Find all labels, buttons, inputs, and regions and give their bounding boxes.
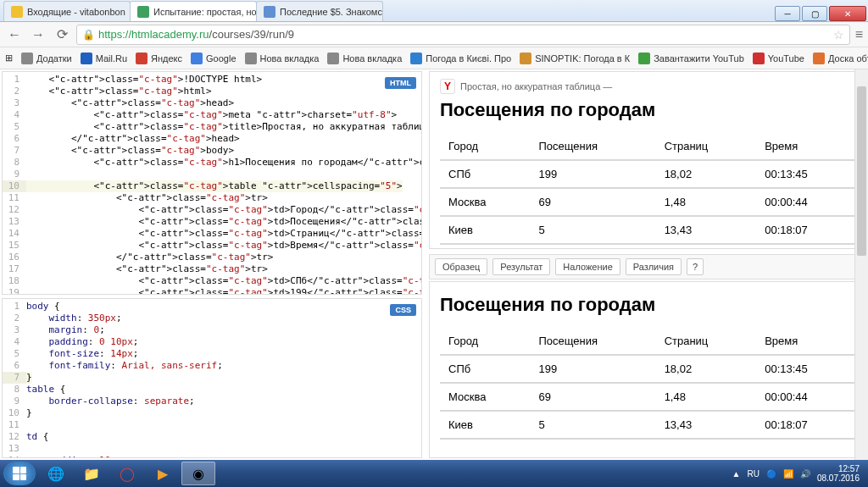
table-row: Киев513,4300:18:07 bbox=[440, 412, 855, 440]
bookmark-label: Доска объявлений О bbox=[828, 53, 868, 64]
lock-icon: 🔒 bbox=[82, 29, 95, 41]
result-tabs: ОбразецРезультатНаложениеРазличия? bbox=[429, 254, 866, 279]
browser-tab[interactable]: Входящие - vitabonbon× bbox=[3, 1, 131, 21]
table-cell: 199 bbox=[530, 161, 655, 189]
bookmark-favicon bbox=[245, 53, 257, 64]
close-button[interactable]: ✕ bbox=[829, 6, 866, 21]
back-button[interactable]: ← bbox=[5, 25, 24, 44]
table-cell: 00:18:07 bbox=[756, 217, 855, 245]
table-cell: 5 bbox=[530, 412, 655, 440]
forward-button[interactable]: → bbox=[29, 25, 47, 44]
bookmark-item[interactable]: SINOPTIK: Погода в К bbox=[520, 53, 630, 64]
table-header-cell: Город bbox=[440, 328, 530, 356]
flag-icon[interactable]: 🔵 bbox=[766, 469, 776, 479]
maximize-button[interactable]: ▢ bbox=[802, 6, 827, 21]
start-button[interactable] bbox=[3, 462, 36, 485]
bookmark-item[interactable]: Завантажити YouTub bbox=[638, 53, 744, 64]
browser-tabs: Входящие - vitabonbon×Испытание: простая… bbox=[3, 1, 382, 21]
minimize-button[interactable]: ─ bbox=[775, 6, 800, 21]
reload-button[interactable]: ⟳ bbox=[53, 25, 71, 44]
bookmark-item[interactable]: YouTube bbox=[753, 53, 804, 64]
window-controls: ─ ▢ ✕ bbox=[775, 6, 868, 21]
preview-column: Y Простая, но аккуратная таблица — Посещ… bbox=[424, 69, 868, 460]
table-row: СПб19918,0200:13:45 bbox=[440, 161, 855, 189]
bookmark-label: Яндекс bbox=[151, 53, 182, 64]
preview-table-bottom: ГородПосещенияСтраницВремяСПб19918,0200:… bbox=[440, 328, 855, 440]
table-cell: СПб bbox=[440, 356, 530, 384]
bookmark-item[interactable]: Mail.Ru bbox=[81, 53, 127, 64]
css-editor[interactable]: CSS 1body {2 width: 350px;3 margin: 0;4 … bbox=[2, 298, 422, 458]
table-header-cell: Страниц bbox=[656, 328, 757, 356]
explorer-icon[interactable]: 📁 bbox=[75, 462, 108, 485]
bookmark-item[interactable]: Нова вкладка bbox=[245, 53, 320, 64]
ie-icon[interactable]: 🌐 bbox=[39, 462, 73, 485]
lang-indicator[interactable]: RU bbox=[747, 469, 759, 479]
table-cell: 1,48 bbox=[656, 384, 757, 412]
network-icon[interactable]: 📶 bbox=[783, 469, 793, 479]
table-cell: 13,43 bbox=[656, 412, 757, 440]
table-row: Москва691,4800:00:44 bbox=[440, 384, 855, 412]
bookmark-item[interactable]: Додатки bbox=[21, 53, 72, 64]
browser-tab[interactable]: Испытание: простая, но× bbox=[130, 1, 257, 21]
volume-icon[interactable]: 🔊 bbox=[800, 469, 810, 479]
html-code[interactable]: 1 <"c-attr">class="c-tag">!DOCTYPE html>… bbox=[3, 72, 421, 295]
chrome-icon[interactable]: ◉ bbox=[181, 462, 215, 485]
url-host: https://htmlacademy.ru bbox=[98, 28, 209, 41]
url-input[interactable]: 🔒 https://htmlacademy.ru /courses/39/run… bbox=[76, 25, 850, 45]
url-path: /courses/39/run/9 bbox=[209, 28, 294, 41]
css-code[interactable]: 1body {2 width: 350px;3 margin: 0;4 padd… bbox=[3, 299, 421, 458]
apps-button[interactable]: ⊞ bbox=[5, 53, 13, 64]
tray-up-icon[interactable]: ▲ bbox=[732, 469, 741, 479]
scroll-thumb[interactable] bbox=[857, 86, 866, 256]
windows-taskbar: 🌐 📁 ◯ ▶ ◉ ▲ RU 🔵 📶 🔊 12:57 08.07.2016 bbox=[0, 460, 868, 487]
result-tab[interactable]: Образец bbox=[435, 258, 487, 275]
bookmark-item[interactable]: Нова вкладка bbox=[327, 53, 402, 64]
result-tab[interactable]: Наложение bbox=[555, 258, 620, 275]
apps-icon: ⊞ bbox=[5, 53, 13, 64]
result-tab[interactable]: ? bbox=[687, 258, 704, 275]
bookmark-favicon bbox=[753, 53, 765, 64]
table-cell: 00:13:45 bbox=[756, 356, 855, 384]
bookmark-item[interactable]: Доска объявлений О bbox=[813, 53, 868, 64]
result-tab[interactable]: Различия bbox=[626, 258, 682, 275]
table-cell: 00:00:44 bbox=[756, 384, 855, 412]
html-editor[interactable]: HTML 1 <"c-attr">class="c-tag">!DOCTYPE … bbox=[2, 71, 422, 295]
result-tab[interactable]: Результат bbox=[492, 258, 550, 275]
table-cell: 00:13:45 bbox=[756, 161, 855, 189]
table-header-cell: Время bbox=[756, 328, 855, 356]
media-icon[interactable]: ▶ bbox=[146, 462, 180, 485]
table-header-cell: Посещения bbox=[530, 328, 655, 356]
tab-title: Последние $5. Знакомст bbox=[280, 7, 383, 17]
bookmark-label: Нова вкладка bbox=[342, 53, 402, 64]
preview-top: Y Простая, но аккуратная таблица — Посещ… bbox=[429, 71, 866, 249]
bookmark-favicon bbox=[520, 53, 531, 64]
editors-column: HTML 1 <"c-attr">class="c-tag">!DOCTYPE … bbox=[0, 69, 424, 460]
address-bar: ← → ⟳ 🔒 https://htmlacademy.ru /courses/… bbox=[0, 22, 868, 47]
favicon bbox=[137, 6, 149, 18]
bookmark-item[interactable]: Google bbox=[191, 53, 236, 64]
table-cell: 18,02 bbox=[656, 161, 757, 189]
tab-title: Испытание: простая, но bbox=[153, 7, 257, 17]
bookmark-item[interactable]: Погода в Києві. Про bbox=[410, 53, 511, 64]
page-scrollbar[interactable] bbox=[854, 69, 868, 460]
bookmark-label: Додатки bbox=[36, 53, 72, 64]
bookmark-star-icon[interactable]: ☆ bbox=[833, 28, 844, 42]
browser-tab[interactable]: Последние $5. Знакомст× bbox=[256, 1, 383, 21]
chrome-menu-button[interactable]: ≡ bbox=[855, 27, 863, 42]
table-header-cell: Посещения bbox=[530, 133, 655, 161]
table-cell: 69 bbox=[530, 384, 655, 412]
bookmark-item[interactable]: Яндекс bbox=[136, 53, 182, 64]
system-tray[interactable]: ▲ RU 🔵 📶 🔊 12:57 08.07.2016 bbox=[732, 464, 865, 483]
table-cell: 199 bbox=[530, 356, 655, 384]
table-row: Москва691,4800:00:44 bbox=[440, 189, 855, 217]
opera-icon[interactable]: ◯ bbox=[110, 462, 144, 485]
table-cell: Киев bbox=[440, 217, 530, 245]
table-cell: 00:18:07 bbox=[756, 412, 855, 440]
bookmark-label: Mail.Ru bbox=[96, 53, 127, 64]
html-badge: HTML bbox=[385, 77, 416, 89]
table-header-cell: Город bbox=[440, 133, 530, 161]
taskbar-clock[interactable]: 12:57 08.07.2016 bbox=[817, 464, 860, 483]
browser-titlebar: Входящие - vitabonbon×Испытание: простая… bbox=[0, 0, 868, 22]
preview-tab-header: Y Простая, но аккуратная таблица — bbox=[440, 79, 855, 94]
table-cell: СПб bbox=[440, 161, 530, 189]
